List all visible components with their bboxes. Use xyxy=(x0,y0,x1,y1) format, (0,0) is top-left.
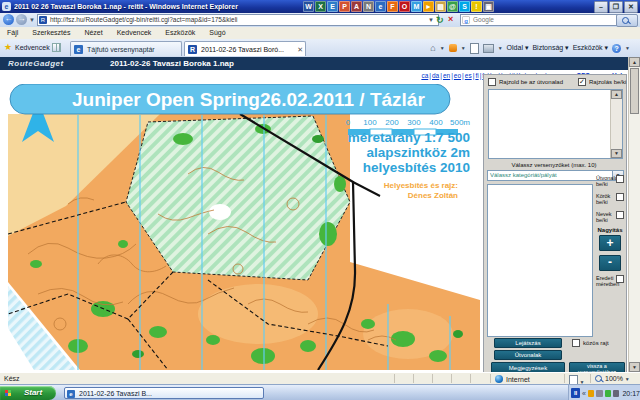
lang-link-es[interactable]: es xyxy=(461,72,472,79)
scroll-up-icon[interactable]: ▲ xyxy=(611,90,622,99)
powerpoint-icon[interactable]: P xyxy=(339,1,350,12)
pause-tray-icon[interactable]: II xyxy=(571,388,580,398)
minimize-button[interactable]: – xyxy=(594,1,608,13)
notes-icon[interactable]: N xyxy=(363,1,374,12)
skype-icon[interactable]: S xyxy=(459,1,470,12)
circles-toggle: Körök be/ki xyxy=(596,193,626,206)
zoom-control[interactable]: 100% ▼ xyxy=(590,374,638,383)
remote-desktop-icon[interactable]: ▣ xyxy=(483,1,494,12)
listbox-scrollbar[interactable]: ▲ ▼ xyxy=(610,90,622,158)
menu-help[interactable]: Súgó xyxy=(202,27,232,39)
routes-toggle-checkbox[interactable] xyxy=(616,175,624,183)
zoom-in-button[interactable]: + xyxy=(599,235,621,251)
messenger-icon[interactable]: M xyxy=(411,1,422,12)
url-dropdown-icon[interactable]: ▼ xyxy=(428,17,434,23)
search-input[interactable]: g Google xyxy=(460,14,626,26)
names-toggle-checkbox[interactable] xyxy=(616,211,624,219)
url-text: http://fsz.hu/RouteGadget/cgi-bin/reitti… xyxy=(50,16,238,23)
system-tray: II « 20:17 xyxy=(568,385,640,400)
draw-route-checkbox[interactable] xyxy=(488,78,496,86)
menu-file[interactable]: Fájl xyxy=(0,27,25,39)
safety-menu-button[interactable]: Biztonság ▾ xyxy=(532,44,568,52)
page-menu-button[interactable]: Oldal ▾ xyxy=(507,44,529,52)
command-bar: ⌂▼ ▼ ▼ Oldal ▾ Biztonság ▾ Eszközök ▾ ?▼ xyxy=(430,42,630,54)
scrollbar-thumb[interactable] xyxy=(630,68,639,114)
tab-label: Tájfutó versenynaptár xyxy=(87,46,155,53)
drawing-toggle-checkbox[interactable]: ✓ xyxy=(578,78,586,86)
ie-window-icon: e xyxy=(2,2,11,11)
routegadget-sidebar: Rajzold be az útvonalad ✓ Rajzolás be/ki… xyxy=(483,74,627,374)
menu-tools[interactable]: Eszközök xyxy=(158,27,202,39)
play-button[interactable]: Lejátszás xyxy=(494,338,562,348)
drawing-toggle-label: Rajzolás be/ki xyxy=(589,79,626,85)
search-button[interactable] xyxy=(616,14,638,27)
volume-tray-icon[interactable] xyxy=(596,390,602,397)
refresh-icon[interactable]: ↻ xyxy=(436,15,444,25)
mass-start-checkbox[interactable] xyxy=(572,339,580,347)
taskbar-task-button[interactable]: e 2011-02-26 Tavaszi B... xyxy=(64,387,264,399)
selected-runners-listbox[interactable] xyxy=(487,184,593,337)
internet-explorer-icon[interactable]: e xyxy=(375,1,386,12)
routes-button[interactable]: Útvonalak xyxy=(494,350,562,360)
menu-view[interactable]: Nézet xyxy=(77,27,109,39)
map-banner-date: 26.02.2011 / Tázlár xyxy=(260,89,425,110)
excel-icon[interactable]: X xyxy=(315,1,326,12)
tools-menu-button[interactable]: Eszközök ▾ xyxy=(573,44,608,52)
scroll-down-icon[interactable]: ▼ xyxy=(629,362,640,372)
lang-link-fi[interactable]: fi xyxy=(472,72,479,79)
scroll-down-icon[interactable]: ▼ xyxy=(611,149,622,158)
lang-link-en[interactable]: en xyxy=(439,72,450,79)
restore-button[interactable]: ❐ xyxy=(609,1,623,13)
start-button[interactable]: Start xyxy=(0,386,56,400)
routes-toggle-label: Útvonalak be/ki xyxy=(596,175,614,188)
lang-link-eo[interactable]: eo xyxy=(450,72,461,79)
tab-calendar[interactable]: e Tájfutó versenynaptár xyxy=(70,41,182,56)
svg-text:200: 200 xyxy=(385,118,399,127)
security-tray-icon[interactable] xyxy=(588,390,594,397)
ie-task-icon: e xyxy=(67,390,75,398)
favorites-button[interactable]: Kedvencek xyxy=(15,44,50,51)
folder-icon[interactable]: ▤ xyxy=(435,1,446,12)
help-icon[interactable]: ? xyxy=(612,44,621,53)
circles-toggle-checkbox[interactable] xyxy=(616,193,624,201)
rss-feed-icon[interactable] xyxy=(449,44,457,52)
page-scrollbar[interactable]: ▲ ▼ xyxy=(628,57,640,372)
quick-tabs-icon[interactable] xyxy=(52,43,61,52)
back-button[interactable]: ← xyxy=(3,14,14,25)
lang-link-da[interactable]: da xyxy=(428,72,439,79)
email-icon[interactable]: E xyxy=(327,1,338,12)
results-listbox[interactable]: ▲ ▼ xyxy=(488,89,623,159)
close-button[interactable]: ✕ xyxy=(624,1,638,13)
media-player-icon[interactable]: ► xyxy=(423,1,434,12)
network-icon[interactable]: @ xyxy=(447,1,458,12)
url-input[interactable]: R http://fsz.hu/RouteGadget/cgi-bin/reit… xyxy=(37,14,439,26)
lang-link-ca[interactable]: ca xyxy=(421,72,428,79)
network-tray-icon[interactable] xyxy=(605,390,611,397)
firefox-icon[interactable]: F xyxy=(387,1,398,12)
menu-edit[interactable]: Szerkesztés xyxy=(25,27,77,39)
svg-text:Helyesbítés és rajz:: Helyesbítés és rajz: xyxy=(384,181,458,190)
tray-expand-icon[interactable]: « xyxy=(582,390,586,397)
tab-routegadget-active[interactable]: R 2011-02-26 Tavaszi Boró... ✕ xyxy=(184,41,306,56)
history-dropdown-icon[interactable]: ▼ xyxy=(29,17,35,23)
display-tray-icon[interactable] xyxy=(613,390,619,397)
word-icon[interactable]: W xyxy=(303,1,314,12)
task-label: 2011-02-26 Tavaszi B... xyxy=(79,390,152,397)
access-icon[interactable]: A xyxy=(351,1,362,12)
tab-close-icon[interactable]: ✕ xyxy=(297,42,303,56)
orienteering-map[interactable]: Juniper Open Spring 26.02.2011 / Tázlár … xyxy=(8,84,480,370)
home-icon[interactable]: ⌂ xyxy=(430,43,435,53)
favorites-star-icon[interactable]: ★ xyxy=(4,43,12,52)
scroll-up-icon[interactable]: ▲ xyxy=(629,57,640,67)
original-size-checkbox[interactable] xyxy=(616,275,624,283)
stop-icon[interactable]: × xyxy=(448,14,453,25)
read-mail-icon[interactable] xyxy=(470,43,479,54)
forward-button[interactable]: → xyxy=(16,14,27,25)
event-title: 2011-02-26 Tavaszi Boroka 1.nap xyxy=(110,59,234,68)
opera-icon[interactable]: O xyxy=(399,1,410,12)
menu-favorites[interactable]: Kedvencek xyxy=(110,27,159,39)
antivirus-icon[interactable]: ! xyxy=(471,1,482,12)
zoom-out-button[interactable]: - xyxy=(599,255,621,271)
names-toggle-label: Nevek be/ki xyxy=(596,211,614,224)
printer-icon[interactable] xyxy=(483,44,494,53)
